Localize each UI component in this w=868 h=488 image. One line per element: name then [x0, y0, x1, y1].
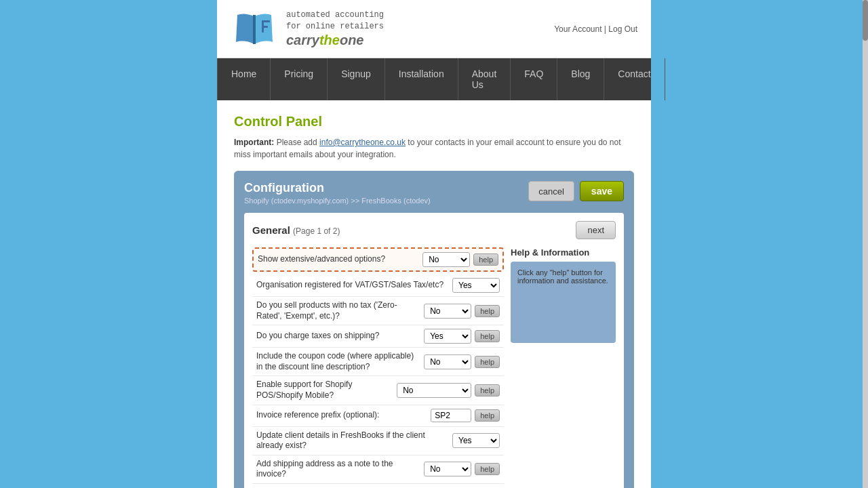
help-button-pos[interactable]: help [475, 384, 500, 396]
header: automated accounting for online retailer… [217, 0, 651, 58]
content-area: Control Panel Important: Please add info… [217, 100, 651, 488]
field-row-shipping-tax: Do you charge taxes on shipping? Yes No … [252, 325, 504, 348]
logo-tagline: automated accounting for online retailer… [286, 9, 384, 33]
select-zero-tax[interactable]: No Yes [424, 304, 471, 319]
input-invoice-prefix[interactable] [431, 409, 471, 422]
logo-icon [231, 7, 278, 51]
general-title-area: General (Page 1 of 2) [252, 224, 340, 236]
config-subtitle: Shopify (ctodev.myshopify.com) >> FreshB… [244, 197, 431, 205]
field-control-coupon: No Yes help [424, 354, 500, 369]
form-rows: Show extensive/advanced options? No Yes … [252, 247, 616, 488]
nav-contact[interactable]: Contact [604, 58, 665, 100]
field-row-email-invoice: Instruct FreshBooks to send invoice by e… [252, 484, 504, 488]
nav-pricing[interactable]: Pricing [271, 58, 328, 100]
help-button-invoice-prefix[interactable]: help [475, 409, 500, 422]
logout-link[interactable]: Log Out [608, 24, 637, 34]
nav-about[interactable]: About Us [458, 58, 511, 100]
field-row-coupon: Include the coupon code (where applicabl… [252, 348, 504, 376]
field-control-shipping-tax: Yes No help [424, 329, 500, 344]
help-button-shipping-tax[interactable]: help [475, 330, 500, 342]
help-panel-title: Help & Information [511, 247, 616, 258]
select-coupon[interactable]: No Yes [424, 354, 471, 369]
nav-home[interactable]: Home [217, 58, 271, 100]
header-separator: | [604, 24, 606, 34]
field-label-shipping-tax: Do you charge taxes on shipping? [256, 331, 418, 342]
select-vat[interactable]: Yes No [452, 278, 500, 293]
scrollbar[interactable] [863, 0, 868, 488]
next-button[interactable]: next [576, 221, 616, 239]
header-left: automated accounting for online retailer… [231, 7, 384, 51]
logo-area [231, 7, 278, 51]
field-label-zero-tax: Do you sell products with no tax ('Zero-… [256, 300, 418, 321]
page-title: Control Panel [234, 114, 634, 129]
general-header: General (Page 1 of 2) next [252, 221, 616, 239]
field-row-zero-tax: Do you sell products with no tax ('Zero-… [252, 297, 504, 325]
important-notice: Important: Please add info@carrytheone.c… [234, 136, 634, 161]
field-row-invoice-prefix: Invoice reference prefix (optional): hel… [252, 405, 504, 427]
field-control-zero-tax: No Yes help [424, 304, 500, 319]
field-control-shipping-note: No Yes help [424, 462, 500, 476]
nav-signup[interactable]: Signup [328, 58, 385, 100]
save-button[interactable]: save [580, 181, 624, 201]
field-control-extensive: No Yes help [422, 252, 498, 267]
select-update-client[interactable]: Yes No [452, 433, 500, 448]
field-row-extensive: Show extensive/advanced options? No Yes … [252, 247, 504, 272]
select-pos[interactable]: No Yes [397, 383, 471, 398]
field-row-shipping-note: Add shipping address as a note to the in… [252, 455, 504, 484]
field-control-pos: No Yes help [397, 383, 500, 398]
field-row-pos: Enable support for Shopify POS/Shopify M… [252, 376, 504, 405]
important-email[interactable]: info@carrytheone.co.uk [319, 138, 406, 147]
page-info: (Page 1 of 2) [293, 226, 340, 236]
field-control-invoice-prefix: help [431, 409, 500, 422]
select-extensive[interactable]: No Yes [422, 252, 470, 267]
help-button-coupon[interactable]: help [475, 356, 500, 368]
field-label-extensive: Show extensive/advanced options? [258, 254, 417, 265]
config-header: Configuration Shopify (ctodev.myshopify.… [244, 181, 624, 205]
select-shipping-note[interactable]: No Yes [424, 462, 471, 476]
svg-rect-3 [253, 15, 256, 44]
config-box: Configuration Shopify (ctodev.myshopify.… [234, 171, 634, 488]
scrollbar-thumb[interactable] [863, 0, 868, 41]
help-content: Click any "help" button for information … [511, 262, 616, 343]
select-shipping-tax[interactable]: Yes No [424, 329, 471, 344]
logo-text-area: automated accounting for online retailer… [286, 9, 384, 48]
important-label: Important: [234, 138, 274, 147]
help-button-zero-tax[interactable]: help [475, 305, 500, 317]
field-control-update-client: Yes No [452, 433, 500, 448]
cancel-button[interactable]: cancel [528, 181, 574, 201]
your-account-link[interactable]: Your Account [554, 24, 601, 34]
general-section: General (Page 1 of 2) next Show extensiv… [244, 213, 624, 488]
nav-blog[interactable]: Blog [557, 58, 604, 100]
help-button-extensive[interactable]: help [473, 253, 498, 266]
form-left: Show extensive/advanced options? No Yes … [252, 247, 504, 488]
svg-rect-2 [262, 26, 268, 28]
field-control-vat: Yes No [452, 278, 500, 293]
config-buttons: cancel save [528, 181, 624, 201]
field-label-vat: Organisation registered for VAT/GST/Sale… [256, 280, 447, 291]
important-text: Please add [277, 138, 317, 147]
header-account-area: Your Account | Log Out [554, 24, 637, 34]
field-label-coupon: Include the coupon code (where applicabl… [256, 351, 418, 372]
main-nav: Home Pricing Signup Installation About U… [217, 58, 651, 100]
field-label-shipping-note: Add shipping address as a note to the in… [256, 459, 418, 480]
config-title-area: Configuration Shopify (ctodev.myshopify.… [244, 181, 431, 205]
field-label-pos: Enable support for Shopify POS/Shopify M… [256, 380, 391, 401]
general-title: General (Page 1 of 2) [252, 224, 340, 236]
config-title: Configuration [244, 181, 431, 195]
field-row-vat: Organisation registered for VAT/GST/Sale… [252, 274, 504, 297]
logo-brand: carrytheone [286, 33, 384, 48]
help-panel: Help & Information Click any "help" butt… [511, 247, 616, 488]
nav-installation[interactable]: Installation [385, 58, 458, 100]
field-row-update-client: Update client details in FreshBooks if t… [252, 427, 504, 455]
nav-faq[interactable]: FAQ [511, 58, 557, 100]
field-label-update-client: Update client details in FreshBooks if t… [256, 430, 447, 451]
field-label-invoice-prefix: Invoice reference prefix (optional): [256, 410, 425, 421]
help-button-shipping-note[interactable]: help [475, 463, 500, 475]
